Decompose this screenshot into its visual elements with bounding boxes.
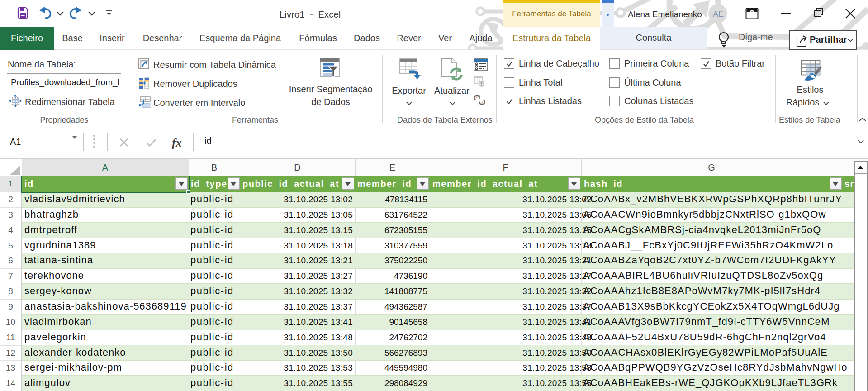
svg-text:fx: fx (172, 136, 182, 149)
